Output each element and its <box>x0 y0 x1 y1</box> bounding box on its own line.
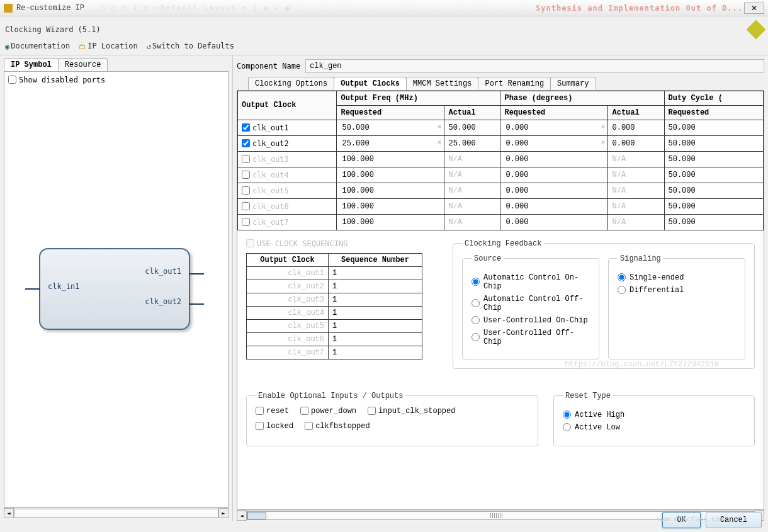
optional-io-checkbox[interactable]: locked <box>256 422 293 431</box>
tab-output-clocks[interactable]: Output Clocks <box>334 77 407 90</box>
left-horizontal-scrollbar[interactable]: ◄► <box>4 507 229 519</box>
close-button[interactable]: ✕ <box>744 3 764 14</box>
freq-actual: 25.000 <box>444 135 500 151</box>
vendor-logo-icon <box>746 20 765 39</box>
linkbar: ◉Documentation 🗀IP Location ↺Switch to D… <box>0 39 768 55</box>
signaling-option[interactable]: Single-ended <box>618 273 736 282</box>
tab-mmcm-settings[interactable]: MMCM Settings <box>406 77 479 90</box>
ok-button[interactable]: OK <box>662 512 700 528</box>
ip-symbol-block: clk_in1 clk_out1 clk_out2 <box>39 248 190 330</box>
seq-number[interactable]: 1 <box>329 332 422 346</box>
ip-location-link[interactable]: 🗀IP Location <box>79 42 137 51</box>
freq-actual: N/A <box>444 151 500 167</box>
phase-requested-input[interactable] <box>504 170 564 180</box>
seq-row: clk_out71 <box>247 346 422 359</box>
optional-io-checkbox[interactable]: power_down <box>300 407 356 416</box>
tab-ip-symbol[interactable]: IP Symbol <box>4 58 59 71</box>
clk-row: clk_out1✕50.000✕0.00050.000 <box>238 120 764 135</box>
wizard-title: Clocking Wizard (5.1) <box>0 16 768 39</box>
reset-option[interactable]: Active High <box>563 410 745 419</box>
phase-requested-input[interactable] <box>504 217 564 227</box>
freq-requested-input[interactable] <box>341 123 400 133</box>
seq-number[interactable]: 1 <box>329 319 422 332</box>
freq-requested-input[interactable] <box>341 139 400 149</box>
freq-actual: N/A <box>444 167 500 183</box>
duty-requested: 50.000 <box>664 151 764 167</box>
clk-row: clk_out4N/AN/A50.000 <box>238 167 764 183</box>
duty-requested: 50.000 <box>664 214 764 230</box>
freq-actual: 50.000 <box>444 120 500 135</box>
phase-actual: N/A <box>608 214 664 230</box>
source-option[interactable]: Automatic Control On-Chip <box>472 273 590 291</box>
phase-actual: 0.000 <box>608 120 664 135</box>
phase-requested-input[interactable] <box>504 201 564 212</box>
seq-row: clk_out31 <box>247 293 422 306</box>
phase-requested-input[interactable] <box>504 139 564 149</box>
freq-actual: N/A <box>444 198 500 214</box>
freq-requested-input[interactable] <box>341 201 400 212</box>
seq-row: clk_out21 <box>247 280 422 293</box>
seq-row: clk_out41 <box>247 306 422 319</box>
tab-port-renaming[interactable]: Port Renaming <box>478 77 551 90</box>
seq-number[interactable]: 1 <box>329 293 422 306</box>
duty-requested: 50.000 <box>664 135 764 151</box>
signaling-option[interactable]: Differential <box>618 286 736 295</box>
clk-row: clk_out3N/AN/A50.000 <box>238 151 764 167</box>
seq-number[interactable]: 1 <box>329 266 422 280</box>
documentation-link[interactable]: ◉Documentation <box>5 42 70 51</box>
source-option[interactable]: User-Controlled On-Chip <box>472 316 590 325</box>
clk-enable-checkbox[interactable]: clk_out7 <box>242 218 332 227</box>
titlebar: Re-customize IP ▢ ▢ ▢ I ▢ ▫Default Layou… <box>0 0 768 16</box>
left-tabs: IP Symbol Resource <box>4 58 229 71</box>
optional-io-checkbox[interactable]: reset <box>256 407 289 416</box>
freq-requested-input[interactable] <box>341 217 400 227</box>
clk-enable-checkbox[interactable]: clk_out4 <box>242 171 332 179</box>
clk-enable-checkbox[interactable]: clk_out1 <box>242 123 332 132</box>
seq-row: clk_out11 <box>247 266 422 280</box>
port-clk-out1: clk_out1 <box>145 267 181 276</box>
source-option[interactable]: User-Controlled Off-Chip <box>472 329 590 346</box>
clk-row: clk_out2✕25.000✕0.00050.000 <box>238 135 764 151</box>
port-clk-out2: clk_out2 <box>145 297 181 306</box>
sequence-table: Output ClockSequence Number clk_out11clk… <box>246 253 422 359</box>
phase-requested-input[interactable] <box>504 154 564 164</box>
phase-requested-input[interactable] <box>504 186 564 196</box>
seq-number[interactable]: 1 <box>329 346 422 359</box>
phase-requested-input[interactable] <box>504 123 564 133</box>
port-clk-in1: clk_in1 <box>48 282 80 291</box>
phase-actual: N/A <box>608 151 664 167</box>
freq-requested-input[interactable] <box>341 170 400 180</box>
freq-actual: N/A <box>444 214 500 230</box>
freq-requested-input[interactable] <box>341 186 400 196</box>
optional-io-checkbox[interactable]: clkfbstopped <box>305 422 370 431</box>
clk-enable-checkbox[interactable]: clk_out5 <box>242 186 332 195</box>
clear-icon[interactable]: ✕ <box>438 138 442 146</box>
clk-enable-checkbox[interactable]: clk_out3 <box>242 155 332 164</box>
clear-icon[interactable]: ✕ <box>601 138 606 146</box>
phase-actual: N/A <box>608 198 664 214</box>
seq-number[interactable]: 1 <box>329 306 422 319</box>
duty-requested: 50.000 <box>664 120 764 135</box>
seq-row: clk_out51 <box>247 319 422 332</box>
clk-enable-checkbox[interactable]: clk_out2 <box>242 139 332 148</box>
clk-enable-checkbox[interactable]: clk_out6 <box>242 202 332 211</box>
output-clocks-table: Output Clock Output Freq (MHz) Phase (de… <box>237 91 764 230</box>
clear-icon[interactable]: ✕ <box>438 122 442 130</box>
switch-defaults-link[interactable]: ↺Switch to Defaults <box>147 42 234 51</box>
clear-icon[interactable]: ✕ <box>601 122 606 130</box>
reset-type-group: Reset Type Active High Active Low <box>553 392 755 446</box>
cancel-button[interactable]: Cancel <box>706 512 762 528</box>
tab-resource[interactable]: Resource <box>58 58 108 71</box>
tab-summary[interactable]: Summary <box>550 77 596 90</box>
clk-row: clk_out6N/AN/A50.000 <box>238 198 764 214</box>
duty-requested: 50.000 <box>664 198 764 214</box>
freq-requested-input[interactable] <box>341 154 400 164</box>
optional-io-checkbox[interactable]: input_clk_stopped <box>368 407 455 416</box>
show-disabled-ports-checkbox[interactable]: Show disabled ports <box>8 76 224 84</box>
component-name-input[interactable] <box>305 59 764 73</box>
tab-clocking-options[interactable]: Clocking Options <box>248 77 334 90</box>
source-option[interactable]: Automatic Control Off-Chip <box>472 295 590 312</box>
use-clock-sequencing-checkbox[interactable]: USE CLOCK SEQUENCING <box>246 239 435 248</box>
seq-number[interactable]: 1 <box>329 280 422 293</box>
reset-option[interactable]: Active Low <box>563 423 745 432</box>
